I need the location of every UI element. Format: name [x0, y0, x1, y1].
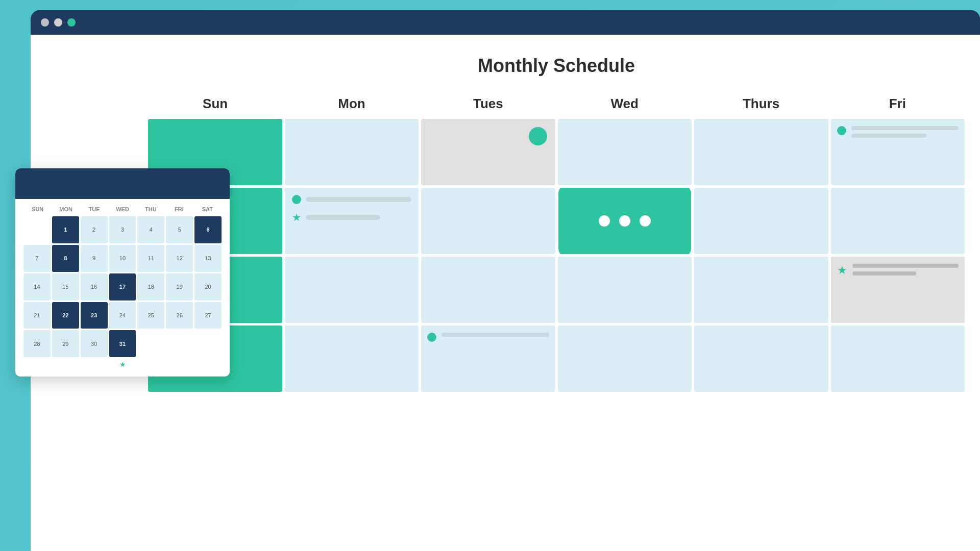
maximize-button[interactable] — [67, 18, 76, 27]
mini-cell-4[interactable]: 4 — [137, 216, 164, 243]
mini-cell-28[interactable]: 28 — [23, 330, 51, 357]
calendar-grid: ★ — [143, 119, 970, 392]
bubble-dot-1 — [599, 215, 610, 227]
fri-dot-r1 — [837, 126, 846, 135]
mini-hdr-thu: THU — [137, 205, 165, 213]
mini-cell-empty — [194, 330, 222, 357]
day-header-mon: Mon — [284, 92, 419, 116]
close-button[interactable] — [41, 18, 49, 27]
mini-cell-26[interactable]: 26 — [166, 302, 193, 329]
star-icon-1: ★ — [292, 211, 301, 223]
tues-dot-r4 — [427, 333, 436, 342]
bubble-dot-2 — [619, 215, 630, 227]
day-header-wed: Wed — [557, 92, 692, 116]
day-header-tues: Tues — [421, 92, 555, 116]
cell-r2-wed — [558, 188, 692, 254]
mini-cell-7[interactable]: 7 — [23, 245, 51, 272]
tues-dot-r1 — [529, 127, 547, 145]
day-headers-row: Sun Mon Tues Wed Thurs Fri — [143, 92, 970, 116]
cell-r3-tues — [421, 257, 555, 323]
cell-r4-mon — [285, 325, 419, 392]
mini-cell-empty — [137, 330, 164, 357]
mini-cell-2[interactable]: 2 — [81, 216, 108, 243]
mini-cell-21[interactable]: 21 — [23, 302, 51, 329]
mini-cell-17[interactable]: 17 — [109, 273, 136, 300]
mini-cell-25[interactable]: 25 — [137, 302, 164, 329]
page-title: Monthly Schedule — [133, 35, 980, 92]
cell-r1-mon — [285, 119, 419, 185]
mini-cal-body: SUN MON TUE WED THU FRI SAT 1 2 3 4 5 6 … — [15, 199, 230, 377]
mini-cell-11[interactable]: 11 — [137, 245, 164, 272]
mini-cell-5[interactable]: 5 — [166, 216, 193, 243]
cell-r2-thurs — [694, 188, 828, 254]
mini-cell-12[interactable]: 12 — [166, 245, 193, 272]
mini-hdr-sat: SAT — [193, 205, 222, 213]
tues-r4-line — [442, 333, 549, 337]
mini-grid: 1 2 3 4 5 6 7 8 9 10 11 12 13 14 15 16 1… — [23, 216, 222, 357]
mini-cell-15[interactable]: 15 — [52, 273, 79, 300]
cell-r4-tues — [421, 325, 555, 392]
mini-cell-31[interactable]: 31 — [109, 330, 136, 357]
event-row-2: ★ — [292, 211, 412, 223]
cell-r1-wed — [558, 119, 692, 185]
mini-hdr-tue: TUE — [80, 205, 108, 213]
cell-r1-fri — [831, 119, 965, 185]
calendar-area: Sun Mon Tues Wed Thurs Fri — [133, 92, 980, 392]
mini-cell-24[interactable]: 24 — [109, 302, 136, 329]
fri-line-2 — [851, 134, 926, 138]
cell-r3-thurs — [694, 257, 828, 323]
mini-cell-1[interactable]: 1 — [52, 216, 79, 243]
cell-r3-fri: ★ — [831, 257, 965, 323]
fri-gray-line-1 — [852, 264, 959, 268]
cell-r4-fri — [831, 325, 965, 392]
mini-cell-29[interactable]: 29 — [52, 330, 79, 357]
mini-cell-20[interactable]: 20 — [194, 273, 222, 300]
bubble-dot-3 — [640, 215, 651, 227]
cell-r2-fri — [831, 188, 965, 254]
mini-calendar-widget: SUN MON TUE WED THU FRI SAT 1 2 3 4 5 6 … — [15, 168, 230, 377]
mini-cell-23[interactable]: 23 — [81, 302, 108, 329]
mini-cell-30[interactable]: 30 — [81, 330, 108, 357]
minimize-button[interactable] — [54, 18, 62, 27]
event-line-2 — [306, 215, 380, 220]
mini-cell-18[interactable]: 18 — [137, 273, 164, 300]
day-header-fri: Fri — [830, 92, 965, 116]
mini-cell-14[interactable]: 14 — [23, 273, 51, 300]
cell-r1-tues — [421, 119, 555, 185]
mini-cell-3[interactable]: 3 — [109, 216, 136, 243]
cell-r2-tues — [421, 188, 555, 254]
day-header-thurs: Thurs — [694, 92, 828, 116]
mini-cell-22[interactable]: 22 — [52, 302, 79, 329]
mini-day-headers: SUN MON TUE WED THU FRI SAT — [23, 205, 222, 213]
star-icon-fri: ★ — [837, 264, 847, 277]
mini-cal-header — [15, 168, 230, 199]
cell-r4-wed — [558, 325, 692, 392]
mini-hdr-fri: FRI — [165, 205, 193, 213]
mini-cell-6[interactable]: 6 — [194, 216, 222, 243]
mini-hdr-sun: SUN — [23, 205, 52, 213]
event-dot-1 — [292, 195, 301, 204]
chat-bubble — [558, 188, 691, 254]
mini-cell-8[interactable]: 8 — [52, 245, 79, 272]
event-row-1 — [292, 195, 412, 204]
fri-line-1 — [851, 126, 959, 130]
titlebar — [31, 10, 980, 35]
mini-cell — [23, 216, 51, 243]
mini-cell-empty — [166, 330, 193, 357]
cell-r3-mon — [285, 257, 419, 323]
mini-star: ★ — [23, 360, 222, 368]
mini-cell-13[interactable]: 13 — [194, 245, 222, 272]
event-line-1 — [306, 197, 412, 202]
cell-r3-wed — [558, 257, 692, 323]
mini-cell-27[interactable]: 27 — [194, 302, 222, 329]
cell-r4-thurs — [694, 325, 828, 392]
fri-gray-line-2 — [852, 271, 916, 276]
mini-cell-9[interactable]: 9 — [81, 245, 108, 272]
cell-r1-thurs — [694, 119, 828, 185]
mini-cell-10[interactable]: 10 — [109, 245, 136, 272]
mini-cell-16[interactable]: 16 — [81, 273, 108, 300]
cell-r2-mon: ★ — [285, 188, 419, 254]
mon-events: ★ — [285, 188, 419, 231]
mini-hdr-wed: WED — [108, 205, 136, 213]
mini-cell-19[interactable]: 19 — [166, 273, 193, 300]
